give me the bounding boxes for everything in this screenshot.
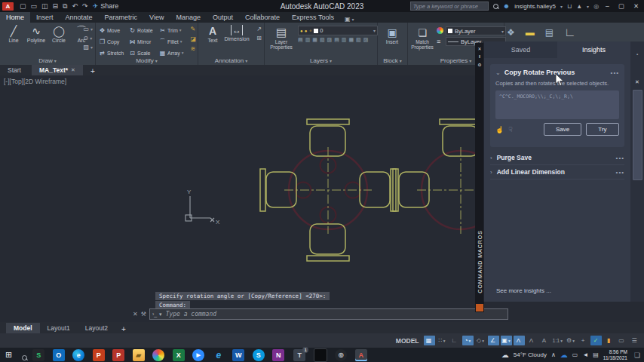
modify-tool-button[interactable]: ▦ Array▾ (159, 48, 189, 58)
modify-tool-button[interactable]: ↻ Rotate (129, 25, 159, 35)
match-properties-button[interactable]: ❏ Match Properties (410, 26, 434, 50)
notification-center-icon[interactable]: ❏ (634, 351, 640, 359)
model-space-indicator[interactable]: MODEL (396, 337, 419, 345)
draw-flyout-button[interactable]: ▨▾ (83, 44, 93, 51)
dimension-tool-button[interactable]: ↔ Dimension (226, 25, 247, 43)
input-icon[interactable]: ▤ (593, 351, 599, 358)
status-toggle-icon[interactable]: ∷▾ (437, 336, 448, 345)
taskbar-app-icon[interactable]: ▶ (192, 349, 204, 361)
modify-tool-button[interactable]: ⊡ Scale (129, 48, 159, 58)
maximize-button[interactable]: ▢ (616, 2, 627, 10)
status-toggle-icon[interactable]: ☰ (629, 336, 640, 345)
file-tab[interactable]: Start (0, 65, 32, 75)
taskbar-app-icon[interactable]: N (272, 349, 284, 361)
strip-close-icon[interactable]: ✕ (477, 46, 481, 51)
modify-tool-button[interactable]: ⌒ Fillet▾ (159, 36, 189, 47)
thumbs-down-icon[interactable]: ☟ (508, 126, 512, 133)
status-toggle-icon[interactable]: ◔▾ (462, 336, 474, 345)
strip-gear-icon[interactable]: ⚙ (477, 62, 481, 67)
taskbar-app-icon[interactable] (314, 348, 327, 362)
ribbon-tab[interactable]: Insert (30, 12, 60, 23)
modify-tool-button[interactable]: ❐ Copy (99, 36, 129, 47)
layer-tool-icon[interactable]: ▨ (327, 37, 333, 43)
taskbar-app-icon[interactable]: O (53, 349, 65, 361)
ribbon-tab[interactable]: Express Tools (286, 12, 340, 23)
insight-collapsed-row[interactable]: › Add Linear Dimension ••• (490, 165, 624, 179)
cart-icon[interactable]: ⊔ (567, 3, 572, 10)
qat-icon[interactable]: ⊟ (53, 2, 59, 10)
layout-tab[interactable]: Model (6, 323, 40, 333)
annotation-extra-button[interactable]: ↗ (256, 26, 262, 32)
ribbon-extra-icon[interactable]: ∟ (564, 26, 576, 39)
insight-collapsed-row[interactable]: › Purge Save ••• (490, 151, 624, 165)
taskbar-app-icon[interactable]: S (32, 349, 44, 361)
modify-tool-button[interactable]: ⋈ Mirror (129, 36, 159, 47)
table-chairs-block[interactable] (260, 119, 396, 261)
taskbar-app-icon[interactable] (152, 349, 164, 361)
status-toggle-icon[interactable]: Λ (526, 336, 538, 345)
modify-extra-icon[interactable]: ≋ (190, 45, 196, 52)
expand-icon[interactable]: › (490, 169, 492, 176)
taskbar-app-icon[interactable]: P (93, 349, 105, 361)
layer-select-dropdown[interactable]: ● ● ⚬ 0 ▾ (298, 26, 378, 35)
taskbar-app-icon[interactable]: ▰ (133, 349, 145, 361)
annotation-extra-button[interactable]: ⊞ (256, 35, 262, 41)
modify-tool-button[interactable]: ✂ Trim▾ (159, 25, 189, 35)
text-tool-button[interactable]: A Text (202, 25, 223, 43)
thumbs-up-icon[interactable]: ☝ (495, 126, 504, 133)
new-layout-button[interactable]: + (121, 325, 126, 333)
notify-dropdown-icon[interactable]: ▾ (587, 4, 589, 9)
layout-tab[interactable]: Layout1 (40, 323, 78, 333)
clock[interactable]: 8:56 PM 11/18/2021 (603, 349, 627, 361)
new-drawing-button[interactable]: + (87, 67, 98, 75)
status-toggle-icon[interactable]: ∟ (449, 336, 461, 345)
qat-icon[interactable]: ▢ (20, 2, 26, 10)
command-input[interactable] (164, 310, 505, 318)
palette-pin-icon[interactable]: ▪ (636, 52, 638, 57)
close-button[interactable]: ✕ (631, 2, 641, 10)
minimize-button[interactable]: – (603, 2, 612, 10)
tray-expand-icon[interactable]: ∧ (551, 351, 556, 358)
ribbon-tab[interactable]: Manage (170, 12, 207, 23)
layer-tool-icon[interactable]: ▦ (348, 37, 354, 43)
status-toggle-icon[interactable]: ▣▾ (501, 336, 512, 345)
volume-icon[interactable]: ◄ (582, 351, 588, 358)
table-chairs-block-partial[interactable] (393, 119, 477, 234)
see-more-insights-link[interactable]: See more insights ... (496, 287, 551, 294)
weather-icon[interactable]: ☁ (501, 351, 509, 359)
taskbar-app-icon[interactable]: W (232, 349, 244, 361)
draw-tool-button[interactable]: ∿ Polyline (26, 25, 47, 43)
qat-icon[interactable]: ⧉ (63, 2, 67, 11)
layer-tool-icon[interactable]: ▨ (363, 37, 369, 43)
layout-tab[interactable]: Layout2 (78, 323, 115, 333)
macro-code[interactable]: ^C^C._MOCORO;\\;_C;\;_R;\ (495, 90, 619, 119)
taskbar-app-icon[interactable]: e (72, 349, 84, 361)
ribbon-extra-icon[interactable]: ▬ (526, 27, 535, 38)
modify-extra-icon[interactable]: ◪ (190, 35, 196, 42)
expand-icon[interactable]: › (490, 155, 492, 161)
ribbon-tab[interactable]: Output (207, 12, 239, 23)
row-menu-icon[interactable]: ••• (616, 155, 624, 161)
search-icon[interactable] (493, 4, 498, 9)
file-tab-close-icon[interactable]: ✕ (71, 67, 75, 73)
layer-tool-icon[interactable]: ▥ (305, 37, 311, 43)
layers-panel-label[interactable]: Layers▾ (265, 57, 377, 64)
palette-close-icon[interactable]: ✕ (635, 79, 639, 85)
start-button[interactable]: ⊞ (5, 350, 12, 360)
layer-tool-icon[interactable]: ▦ (312, 37, 317, 43)
status-toggle-icon[interactable]: + (578, 336, 589, 345)
palette-tab[interactable]: Insights (557, 41, 630, 58)
draw-panel-label[interactable]: Draw▾ (0, 57, 95, 64)
status-toggle-icon[interactable]: ▭ (616, 336, 627, 345)
ribbon-tab[interactable]: Parametric (99, 12, 144, 23)
drawing-canvas[interactable]: Y X (0, 75, 477, 322)
try-button[interactable]: Try (586, 123, 619, 136)
modify-extra-icon[interactable]: ✎ (190, 26, 196, 32)
status-toggle-icon[interactable]: Λ (514, 336, 525, 345)
ribbon-tab[interactable]: Annotate (60, 12, 99, 23)
tab-overflow-button[interactable]: ▣ ▾ (345, 16, 354, 23)
draw-flyout-button[interactable]: ▭▾ (83, 26, 93, 32)
object-color-dropdown[interactable]: ByLayer ▾ (446, 26, 506, 35)
command-input-field[interactable]: ›_ ▾ (149, 308, 508, 320)
ribbon-tab[interactable]: View (143, 12, 170, 23)
